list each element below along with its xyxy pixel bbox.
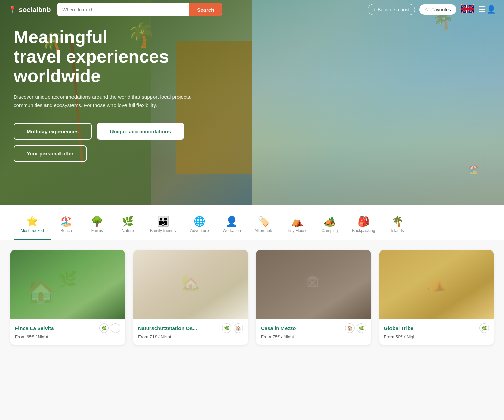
category-item-camping[interactable]: 🏕️ Camping — [314, 212, 345, 240]
listing-icons: 🏠🌿 — [345, 323, 366, 333]
category-item-affordable[interactable]: 🏷️ Affordable — [248, 212, 280, 240]
logo[interactable]: 📍 socialbnb — [8, 5, 51, 14]
beach-icon: 🏖️ — [60, 217, 72, 226]
language-selector[interactable] — [461, 4, 474, 15]
category-item-beach[interactable]: 🏖️ Beach — [51, 212, 82, 240]
farms-icon: 🌳 — [91, 217, 103, 226]
islands-icon: 🌴 — [392, 217, 403, 226]
adventure-label: Adventure — [190, 228, 209, 233]
search-bar: Search — [57, 3, 222, 16]
camping-label: Camping — [321, 228, 338, 233]
listing-price: From 71€ / Night — [138, 334, 243, 339]
most-booked-label: Most booked — [21, 228, 44, 233]
category-item-workation[interactable]: 👤 Workation — [216, 212, 248, 240]
search-button[interactable]: Search — [189, 3, 222, 16]
listings-section: Finca La Selvita 🌿 From 65€ / Night Natu… — [0, 240, 504, 355]
listing-info: Global Tribe 🌿 From 50€ / Night — [379, 319, 494, 345]
affordable-icon: 🏷️ — [258, 217, 270, 226]
tiny-house-label: Tiny House — [287, 228, 307, 233]
category-item-family-friendly[interactable]: 👨‍👩‍👧 Family friendly — [143, 212, 183, 240]
listing-icons: 🌿 — [479, 323, 489, 333]
family-friendly-icon: 👨‍👩‍👧 — [157, 217, 169, 226]
listing-badge: 🌿 — [99, 323, 109, 333]
personal-offer-button[interactable]: Your personal offer — [14, 145, 87, 162]
listing-badge: 🏠 — [345, 323, 355, 333]
hamburger-icon: ☰ — [478, 5, 485, 14]
listing-card-global-tribe[interactable]: Global Tribe 🌿 From 50€ / Night — [379, 250, 494, 345]
category-item-adventure[interactable]: 🌐 Adventure — [183, 212, 216, 240]
listing-price: From 65€ / Night — [15, 334, 120, 339]
category-item-islands[interactable]: 🌴 Islands — [382, 212, 413, 240]
listing-name: Casa in Mezzo — [261, 325, 296, 331]
listing-badge: 🌿 — [479, 323, 489, 333]
unique-accommodations-button[interactable]: Unique accommodations — [97, 123, 184, 140]
listing-card-naturschutzstation[interactable]: Naturschutzstation Ös... 🌿🏠 From 71€ / N… — [133, 250, 248, 345]
listing-name: Naturschutzstation Ös... — [138, 325, 197, 331]
uk-flag-icon — [461, 4, 474, 13]
adventure-icon: 🌐 — [194, 217, 205, 226]
listing-badge: 🌿 — [357, 323, 366, 333]
listing-name: Finca La Selvita — [15, 325, 54, 331]
listing-title-row: Global Tribe 🌿 — [384, 323, 489, 333]
search-input[interactable] — [57, 3, 189, 16]
listing-price: From 50€ / Night — [384, 334, 489, 339]
category-item-nature[interactable]: 🌿 Nature — [112, 212, 143, 240]
category-item-farms[interactable]: 🌳 Farms — [82, 212, 112, 240]
backpacking-label: Backpacking — [352, 228, 375, 233]
nature-label: Nature — [122, 228, 134, 233]
farms-label: Farms — [91, 228, 103, 233]
nav-right: + Become a host ♡ Favorites ☰ 👤 — [368, 4, 496, 15]
listing-name: Global Tribe — [384, 325, 414, 331]
islands-label: Islands — [391, 228, 404, 233]
listing-info: Naturschutzstation Ös... 🌿🏠 From 71€ / N… — [133, 319, 248, 345]
listing-info: Finca La Selvita 🌿 From 65€ / Night — [10, 319, 125, 345]
listing-info: Casa in Mezzo 🏠🌿 From 75€ / Night — [256, 319, 371, 345]
listing-card-finca-la-selvita[interactable]: Finca La Selvita 🌿 From 65€ / Night — [10, 250, 125, 345]
hero-section: 🌴 🌴 🌴 🏖️ Meaningful travel experiences w… — [0, 0, 504, 205]
listing-card-casa-in-mezzo[interactable]: Casa in Mezzo 🏠🌿 From 75€ / Night — [256, 250, 371, 345]
hero-subtitle: Discover unique accommodations around th… — [14, 93, 205, 109]
favorites-button[interactable]: ♡ Favorites — [419, 4, 456, 15]
listing-badge: 🏠 — [234, 323, 243, 333]
hero-buttons: Multiday experiences Unique accommodatio… — [14, 123, 253, 162]
listing-image — [379, 250, 494, 319]
listing-price: From 75€ / Night — [261, 334, 366, 339]
most-booked-icon: ⭐ — [26, 217, 38, 226]
listing-title-row: Naturschutzstation Ös... 🌿🏠 — [138, 323, 243, 333]
category-item-backpacking[interactable]: 🎒 Backpacking — [345, 212, 382, 240]
workation-label: Workation — [223, 228, 241, 233]
category-item-most-booked[interactable]: ⭐ Most booked — [14, 212, 51, 240]
family-friendly-label: Family friendly — [150, 228, 176, 233]
listing-title-row: Casa in Mezzo 🏠🌿 — [261, 323, 366, 333]
listing-badge: 🌿 — [222, 323, 231, 333]
beach-label: Beach — [61, 228, 72, 233]
categories-section: ⭐ Most booked 🏖️ Beach 🌳 Farms 🌿 Nature … — [0, 205, 504, 240]
logo-text: socialbnb — [19, 6, 51, 14]
workation-icon: 👤 — [226, 217, 238, 226]
user-icon: 👤 — [487, 5, 496, 14]
listing-image — [10, 250, 125, 319]
hero-content: Meaningful travel experiences worldwide … — [14, 27, 253, 162]
listings-grid: Finca La Selvita 🌿 From 65€ / Night Natu… — [10, 250, 494, 345]
nature-icon: 🌿 — [122, 217, 134, 226]
logo-pin-icon: 📍 — [8, 5, 17, 14]
listing-badge — [111, 323, 120, 333]
listing-icons: 🌿🏠 — [222, 323, 243, 333]
listing-image — [256, 250, 371, 319]
listing-image — [133, 250, 248, 319]
become-host-button[interactable]: + Become a host — [368, 4, 415, 15]
navbar: 📍 socialbnb Search + Become a host ♡ Fav… — [0, 0, 504, 19]
menu-user[interactable]: ☰ 👤 — [478, 5, 496, 14]
affordable-label: Affordable — [255, 228, 274, 233]
multiday-experiences-button[interactable]: Multiday experiences — [14, 123, 92, 140]
camping-icon: 🏕️ — [324, 217, 336, 226]
listing-title-row: Finca La Selvita 🌿 — [15, 323, 120, 333]
heart-icon: ♡ — [425, 7, 429, 12]
hero-title: Meaningful travel experiences worldwide — [14, 27, 253, 86]
categories-list: ⭐ Most booked 🏖️ Beach 🌳 Farms 🌿 Nature … — [14, 212, 490, 240]
listing-icons: 🌿 — [99, 323, 120, 333]
backpacking-icon: 🎒 — [358, 217, 370, 226]
tiny-house-icon: ⛺ — [291, 217, 303, 226]
category-item-tiny-house[interactable]: ⛺ Tiny House — [280, 212, 314, 240]
